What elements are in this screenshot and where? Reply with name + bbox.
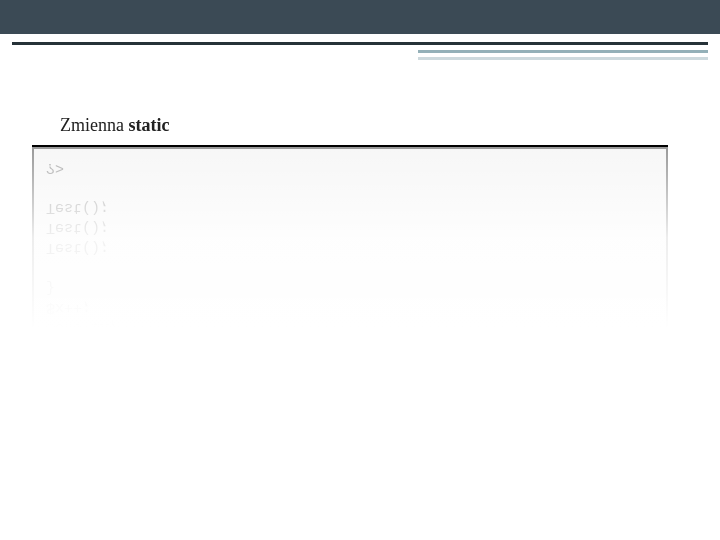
slide: Zmienna static <?php function Test() { s… (0, 0, 720, 540)
divider-accent-2 (418, 57, 708, 60)
heading-bold: static (128, 115, 169, 135)
slide-heading: Zmienna static (60, 115, 169, 136)
heading-prefix: Zmienna (60, 115, 128, 135)
code-wrap: <?php function Test() { static $x=0; ech… (32, 145, 668, 540)
divider-main (12, 42, 708, 45)
divider-accent-1 (418, 50, 708, 53)
code-box-reflected: <?php function Test() { static $x=0; ech… (32, 147, 668, 449)
top-bar (0, 0, 720, 34)
code-reflection: <?php function Test() { static $x=0; ech… (32, 147, 668, 449)
code-content-reflected: <?php function Test() { static $x=0; ech… (46, 157, 654, 437)
